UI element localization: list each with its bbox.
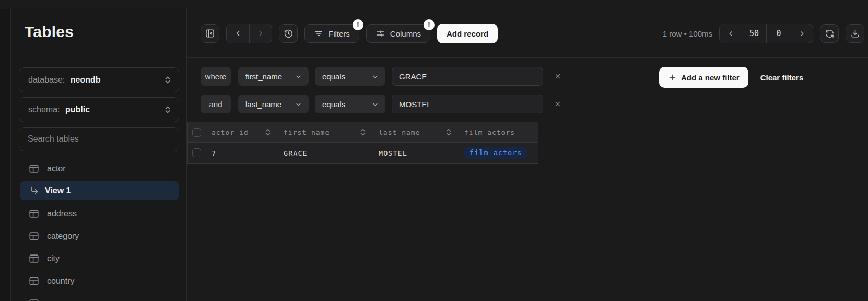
history-button[interactable]	[279, 24, 298, 43]
row-select-cell	[188, 143, 205, 164]
schema-select-label: schema:	[28, 105, 62, 114]
cell-last-name: MOSTEL	[372, 143, 458, 164]
page-title: Tables	[25, 23, 74, 41]
sidebar-item-label: View 1	[45, 186, 71, 195]
chevron-down-icon	[295, 100, 302, 108]
chevron-down-icon	[371, 73, 379, 80]
sidebar-header: Tables	[11, 9, 186, 54]
filter-field-value: last_name	[245, 100, 281, 109]
column-header-label: film_actors	[464, 129, 515, 136]
database-select-value: neondb	[71, 75, 101, 85]
filter-field-select[interactable]: first_name	[238, 67, 309, 86]
table-row: 7 GRACE MOSTEL film_actors	[188, 143, 538, 164]
row-checkbox[interactable]	[192, 148, 201, 157]
sidebar-item-label: category	[47, 231, 79, 241]
film-actors-link[interactable]: film_actors	[464, 147, 527, 159]
schema-select-value: public	[65, 105, 90, 114]
clear-filters-button[interactable]: Clear filters	[760, 73, 804, 82]
schema-select[interactable]: schema: public	[19, 97, 179, 122]
column-header-film-actors[interactable]: film_actors	[458, 122, 538, 143]
left-rail	[0, 9, 11, 301]
filter-conjunction: where	[201, 67, 231, 86]
filter-operator-select[interactable]: equals	[315, 67, 385, 86]
filters-alert-badge: !	[353, 19, 363, 30]
sidebar-item-address[interactable]: address	[11, 202, 186, 225]
add-filter-button[interactable]: Add a new filter	[659, 67, 748, 88]
filter-field-select[interactable]: last_name	[238, 95, 309, 113]
sidebar-item-actor[interactable]: actor	[11, 157, 186, 180]
search-tables-input[interactable]	[19, 127, 179, 151]
filters-button[interactable]: Filters !	[304, 24, 359, 43]
select-all-checkbox[interactable]	[192, 128, 201, 137]
data-grid: actor_id first_name last_name film_actor…	[187, 122, 538, 164]
sort-icon[interactable]	[359, 128, 367, 136]
select-all-cell	[188, 122, 205, 143]
chevron-right-icon	[256, 29, 265, 38]
add-record-button[interactable]: Add record	[437, 24, 498, 43]
table-icon	[28, 208, 40, 219]
sidebar-item-label: address	[47, 209, 77, 218]
filter-operator-select[interactable]: equals	[315, 95, 385, 113]
filter-operator-value: equals	[322, 72, 345, 81]
toolbar: Filters ! Columns ! Add record 1 row • 1…	[187, 9, 868, 58]
toggle-sidebar-button[interactable]	[201, 24, 219, 43]
database-select[interactable]: database: neondb	[19, 67, 179, 92]
sidebar-item-view-1[interactable]: View 1	[20, 181, 179, 200]
sidebar-item-label: city	[47, 254, 60, 263]
next-page-button[interactable]	[791, 24, 813, 43]
page-offset-value[interactable]: 0	[766, 24, 791, 43]
main-content: Filters ! Columns ! Add record 1 row • 1…	[187, 9, 868, 301]
column-header-last-name[interactable]: last_name	[372, 122, 458, 143]
forward-button[interactable]	[249, 24, 272, 43]
filter-value-input[interactable]	[392, 67, 543, 86]
chevron-left-icon	[234, 29, 242, 38]
chevron-left-icon	[727, 30, 735, 38]
add-filter-button-label: Add a new filter	[681, 73, 740, 82]
chevron-updown-icon	[164, 106, 171, 114]
chevron-down-icon	[295, 73, 302, 80]
sort-icon[interactable]	[264, 128, 272, 136]
close-icon	[554, 100, 561, 108]
table-icon	[28, 163, 40, 175]
columns-button[interactable]: Columns !	[366, 24, 430, 43]
column-header-label: last_name	[379, 129, 420, 136]
filters-panel: where first_name equals	[187, 58, 868, 122]
filter-field-value: first_name	[245, 72, 282, 81]
filter-lines-icon	[314, 29, 323, 38]
sidebar-item-city[interactable]: city	[11, 247, 186, 270]
plus-icon	[668, 73, 676, 82]
filter-conjunction: and	[201, 95, 231, 113]
filter-value-input[interactable]	[392, 95, 543, 113]
database-select-label: database:	[28, 75, 67, 85]
remove-filter-button[interactable]	[552, 98, 564, 110]
column-header-label: actor_id	[212, 129, 249, 136]
sidebar-item-partial[interactable]	[11, 292, 186, 301]
prev-page-button[interactable]	[720, 24, 742, 43]
sort-icon[interactable]	[445, 128, 452, 136]
table-icon	[28, 275, 40, 287]
remove-filter-button[interactable]	[552, 70, 564, 83]
column-header-actor-id[interactable]: actor_id	[205, 122, 277, 143]
table-icon	[28, 253, 40, 264]
refresh-button[interactable]	[820, 24, 839, 43]
column-header-label: first_name	[284, 129, 330, 136]
table-icon	[28, 230, 40, 242]
pagination-group: 50 0	[719, 24, 813, 43]
grid-header-row: actor_id first_name last_name film_actor…	[188, 122, 538, 143]
filters-button-label: Filters	[329, 29, 350, 38]
sidebar-item-category[interactable]: category	[11, 225, 186, 247]
sidebar-controls: database: neondb schema: public	[11, 54, 186, 151]
history-icon	[284, 29, 294, 39]
history-nav-group	[226, 24, 272, 43]
filter-operator-value: equals	[322, 100, 345, 109]
sidebar-item-country[interactable]: country	[11, 270, 186, 292]
columns-button-label: Columns	[390, 29, 421, 38]
column-header-first-name[interactable]: first_name	[277, 122, 372, 143]
page-size-value[interactable]: 50	[742, 24, 766, 43]
cell-film-actors: film_actors	[458, 143, 538, 164]
back-button[interactable]	[227, 24, 249, 43]
table-icon	[28, 298, 40, 301]
download-icon	[850, 29, 860, 39]
sidebar-item-label: actor	[47, 164, 66, 173]
download-button[interactable]	[846, 24, 864, 43]
